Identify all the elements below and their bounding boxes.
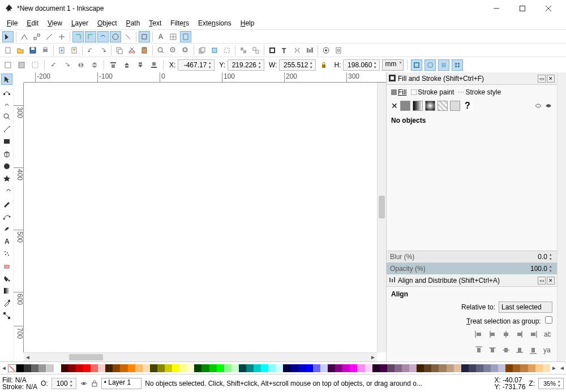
palette-swatch[interactable] [38, 364, 46, 372]
menu-path[interactable]: Path [123, 18, 144, 28]
palette-swatch[interactable] [447, 364, 454, 372]
spray-tool-icon[interactable] [1, 248, 12, 259]
palette-swatch[interactable] [395, 364, 402, 372]
blur-row[interactable]: Blur (%) 0.0 ▴▾ [387, 251, 557, 262]
scale-mode-icon[interactable] [139, 31, 150, 42]
palette-swatch[interactable] [313, 364, 320, 372]
layer-select[interactable]: • Layer 1 [101, 378, 142, 389]
prefs-icon[interactable] [320, 45, 332, 56]
tab-fill[interactable]: Fill [391, 88, 406, 96]
palette-swatch[interactable] [83, 364, 91, 372]
paste-icon[interactable] [139, 45, 150, 56]
panel-minimize-icon[interactable]: ▭ [538, 277, 546, 285]
palette-swatch[interactable] [454, 364, 461, 372]
node-tool-icon[interactable] [1, 86, 12, 97]
rotate-ccw-icon[interactable] [48, 59, 59, 71]
menu-edit[interactable]: Edit [23, 18, 42, 28]
palette-swatch[interactable] [491, 364, 498, 372]
palette-swatch[interactable] [105, 364, 113, 372]
zoom-page-icon[interactable] [180, 45, 191, 56]
text-dlg-icon[interactable]: T [279, 45, 290, 56]
clone-icon[interactable] [209, 45, 220, 56]
palette-swatch[interactable] [128, 364, 135, 372]
palette-swatch[interactable] [520, 364, 528, 372]
print-icon[interactable] [40, 45, 51, 56]
palette-swatch[interactable] [231, 364, 239, 372]
affect-pattern-icon[interactable] [452, 59, 463, 71]
transform-icon-1[interactable] [72, 31, 84, 42]
palette-swatch[interactable] [320, 364, 328, 372]
palette-swatch[interactable] [76, 364, 83, 372]
doc-prefs-icon[interactable] [333, 45, 344, 56]
panel-close-icon[interactable]: ✕ [547, 75, 555, 83]
xml-icon[interactable] [291, 45, 303, 56]
palette-swatch[interactable] [276, 364, 283, 372]
zoom-field[interactable]: ▴▾ [538, 378, 564, 389]
palette-swatch[interactable] [16, 364, 24, 372]
palette-swatch[interactable] [387, 364, 395, 372]
palette-swatch[interactable] [194, 364, 201, 372]
palette-swatch[interactable] [424, 364, 431, 372]
tab-stroke-style[interactable]: Stroke style [458, 88, 501, 96]
panel-minimize-icon[interactable]: ▭ [538, 75, 546, 83]
unit-select[interactable]: mm [382, 59, 404, 71]
palette-swatch[interactable] [61, 364, 68, 372]
palette-swatch[interactable] [372, 364, 380, 372]
dropper-tool-icon[interactable] [1, 298, 12, 309]
palette-swatch[interactable] [246, 364, 254, 372]
palette-swatch[interactable] [217, 364, 224, 372]
palette-swatch[interactable] [483, 364, 491, 372]
palette-swatch[interactable] [46, 364, 53, 372]
snap-opt-icon[interactable] [180, 31, 191, 42]
menu-file[interactable]: File [3, 18, 21, 28]
layer-lock-icon[interactable] [91, 380, 98, 387]
palette-swatch[interactable] [157, 364, 165, 372]
lower-bottom-icon[interactable] [148, 59, 160, 71]
palette-swatch[interactable] [469, 364, 476, 372]
select-all-icon[interactable] [2, 31, 14, 42]
palette-swatch[interactable] [239, 364, 246, 372]
palette-left-icon[interactable]: ◄ [0, 365, 8, 371]
palette-swatch[interactable] [165, 364, 172, 372]
align-top-icon[interactable] [487, 344, 498, 356]
palette-right-icon[interactable]: ► [550, 365, 558, 371]
dock-gutter[interactable] [557, 72, 566, 361]
save-icon[interactable] [27, 45, 38, 56]
menu-extensions[interactable]: Extensions [195, 18, 235, 28]
3dbox-tool-icon[interactable] [1, 148, 12, 160]
align-top-out-icon[interactable] [473, 344, 484, 356]
zoom-sel-icon[interactable] [155, 45, 166, 56]
ellipse-tool-icon[interactable] [1, 161, 12, 172]
palette-swatch[interactable] [461, 364, 469, 372]
select-same-icon[interactable] [2, 59, 14, 71]
rotate-cw-icon[interactable] [62, 59, 73, 71]
palette-swatch[interactable] [342, 364, 350, 372]
fill-rule-nonzero-icon[interactable] [544, 102, 552, 110]
palette-swatch[interactable] [402, 364, 409, 372]
measure-tool-icon[interactable] [1, 123, 12, 135]
flip-h-icon[interactable] [75, 59, 87, 71]
gradient-tool-icon[interactable] [1, 285, 12, 296]
palette-swatch[interactable] [209, 364, 217, 372]
grid-opt-icon[interactable] [168, 31, 179, 42]
palette-swatch[interactable] [268, 364, 276, 372]
menu-help[interactable]: Help [237, 18, 258, 28]
palette-swatch[interactable] [135, 364, 143, 372]
toggle-icon-1[interactable] [19, 31, 30, 42]
toggle-icon-2[interactable] [31, 31, 42, 42]
align-dlg-icon[interactable] [304, 45, 315, 56]
unknown-paint-icon[interactable]: ? [462, 101, 473, 111]
palette-swatch[interactable] [201, 364, 209, 372]
calligraphy-tool-icon[interactable] [1, 223, 12, 234]
star-tool-icon[interactable] [1, 173, 12, 184]
palette-swatch[interactable] [187, 364, 194, 372]
align-left-out-icon[interactable] [473, 329, 484, 340]
palette-swatch[interactable] [306, 364, 313, 372]
align-text-icon[interactable]: ab [541, 329, 552, 340]
palette-swatch[interactable] [91, 364, 98, 372]
redo-icon[interactable] [97, 45, 109, 56]
palette-swatch[interactable] [476, 364, 483, 372]
affect-gradient-icon[interactable] [438, 59, 449, 71]
close-button[interactable] [535, 0, 561, 17]
cut-icon[interactable] [126, 45, 138, 56]
